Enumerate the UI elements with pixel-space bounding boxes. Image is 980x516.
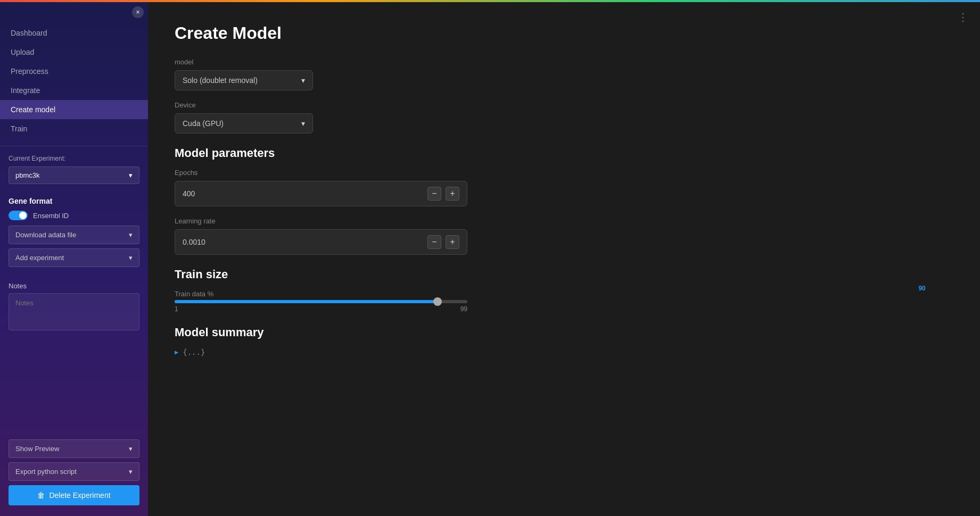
- export-script-button[interactable]: Export python script ▾: [9, 462, 139, 481]
- sidebar-item-integrate[interactable]: Integrate: [0, 81, 148, 100]
- device-chevron-icon: ▾: [301, 119, 305, 128]
- learning-rate-container: Learning rate 0.0010 − +: [175, 217, 953, 255]
- epochs-container: Epochs 400 − +: [175, 169, 953, 206]
- sidebar: × DashboardUploadPreprocessIntegrateCrea…: [0, 2, 148, 516]
- sidebar-item-dashboard[interactable]: Dashboard: [0, 23, 148, 43]
- train-size-title: Train size: [175, 268, 953, 281]
- add-experiment-button[interactable]: Add experiment ▾: [9, 248, 139, 267]
- device-select[interactable]: Cuda (GPU) ▾: [175, 113, 313, 134]
- export-script-chevron-icon: ▾: [129, 468, 133, 476]
- bottom-section: Show Preview ▾ Export python script ▾ 🗑 …: [0, 435, 148, 516]
- learning-rate-controls: − +: [427, 235, 459, 249]
- slider-track: [175, 300, 467, 303]
- show-preview-chevron-icon: ▾: [129, 445, 133, 453]
- slider-header: Train data % 90: [175, 290, 953, 298]
- device-field-label: Device: [175, 101, 953, 109]
- close-icon: ×: [136, 9, 139, 16]
- gene-format-section: Gene format Ensembl ID Download adata fi…: [0, 190, 148, 278]
- experiment-section: Current Experiment: pbmc3k ▾: [0, 148, 148, 190]
- learning-rate-value: 0.0010: [183, 238, 205, 246]
- summary-content: {...}: [183, 348, 205, 356]
- ensembl-toggle[interactable]: [9, 211, 28, 220]
- slider-labels: 1 99: [175, 305, 467, 313]
- download-adata-label: Download adata file: [15, 231, 76, 239]
- slider-value-label: 90: [918, 285, 925, 292]
- three-dots-menu[interactable]: ⋮: [958, 11, 969, 23]
- export-script-label: Export python script: [15, 468, 77, 476]
- slider-min-label: 1: [175, 305, 178, 313]
- learning-rate-decrement-button[interactable]: −: [427, 235, 441, 249]
- experiment-select[interactable]: pbmc3k ▾: [9, 167, 139, 184]
- delete-icon: 🗑: [37, 491, 45, 500]
- sidebar-item-upload[interactable]: Upload: [0, 43, 148, 62]
- show-preview-label: Show Preview: [15, 445, 59, 453]
- epochs-controls: − +: [427, 187, 459, 201]
- sidebar-divider: [0, 146, 148, 146]
- notes-section: Notes: [0, 278, 148, 337]
- sidebar-item-preprocess[interactable]: Preprocess: [0, 62, 148, 81]
- model-field-label: model: [175, 58, 953, 66]
- experiment-label: Current Experiment:: [9, 155, 139, 162]
- slider-fill: [175, 300, 438, 303]
- model-summary-section: ▶ {...}: [175, 348, 953, 356]
- device-value: Cuda (GPU): [183, 119, 224, 128]
- experiment-value: pbmc3k: [15, 171, 40, 179]
- train-data-label: Train data %: [175, 290, 213, 298]
- main-content: ⋮ Create Model model Solo (doublet remov…: [148, 2, 980, 516]
- model-summary-title: Model summary: [175, 326, 953, 339]
- notes-label: Notes: [9, 282, 139, 290]
- add-experiment-chevron-icon: ▾: [129, 254, 133, 262]
- slider-section: Train data % 90 1 99: [175, 290, 953, 313]
- nav-section: DashboardUploadPreprocessIntegrateCreate…: [0, 2, 148, 144]
- delete-label: Delete Experiment: [49, 491, 110, 500]
- epochs-decrement-button[interactable]: −: [427, 187, 441, 201]
- download-chevron-icon: ▾: [129, 231, 133, 239]
- delete-experiment-button[interactable]: 🗑 Delete Experiment: [9, 485, 139, 505]
- learning-rate-label: Learning rate: [175, 217, 953, 225]
- epochs-label: Epochs: [175, 169, 953, 177]
- slider-max-label: 99: [460, 305, 467, 313]
- summary-arrow-icon: ▶: [175, 348, 178, 356]
- show-preview-button[interactable]: Show Preview ▾: [9, 439, 139, 458]
- notes-textarea[interactable]: [9, 293, 139, 330]
- model-value: Solo (doublet removal): [183, 76, 258, 85]
- epochs-field: 400 − +: [175, 181, 467, 206]
- download-adata-button[interactable]: Download adata file ▾: [9, 226, 139, 244]
- page-title: Create Model: [175, 23, 953, 43]
- add-experiment-label: Add experiment: [15, 254, 64, 262]
- close-button[interactable]: ×: [132, 6, 144, 18]
- epochs-value: 400: [183, 189, 195, 198]
- sidebar-item-train[interactable]: Train: [0, 119, 148, 138]
- sidebar-item-create_model[interactable]: Create model: [0, 100, 148, 119]
- epochs-increment-button[interactable]: +: [446, 187, 459, 201]
- learning-rate-field: 0.0010 − +: [175, 229, 467, 255]
- toggle-row: Ensembl ID: [9, 211, 139, 220]
- toggle-label: Ensembl ID: [33, 212, 69, 220]
- model-select[interactable]: Solo (doublet removal) ▾: [175, 70, 313, 90]
- model-params-title: Model parameters: [175, 146, 953, 160]
- learning-rate-increment-button[interactable]: +: [446, 235, 459, 249]
- summary-expand-button[interactable]: ▶ {...}: [175, 348, 953, 356]
- gene-format-title: Gene format: [9, 197, 139, 205]
- slider-thumb[interactable]: [433, 297, 442, 306]
- experiment-chevron-icon: ▾: [129, 171, 133, 179]
- model-chevron-icon: ▾: [301, 76, 305, 85]
